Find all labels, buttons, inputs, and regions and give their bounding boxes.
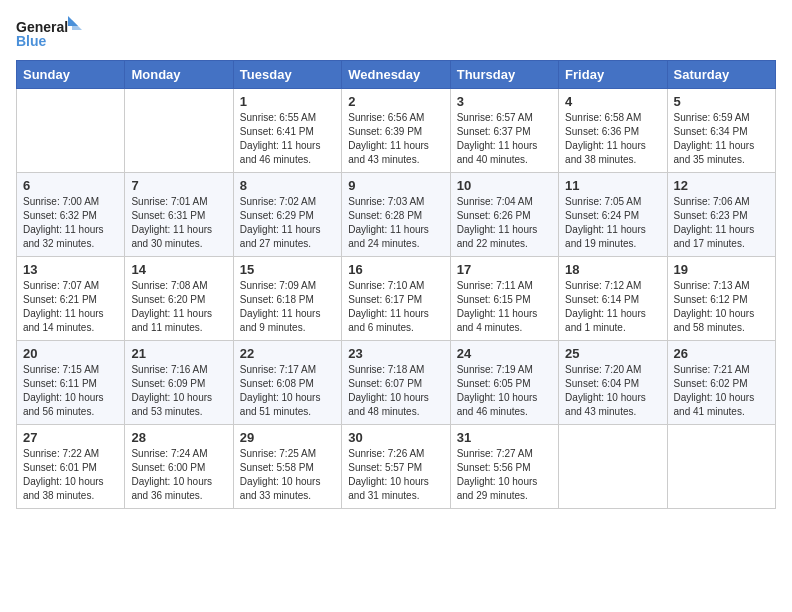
day-info: Sunrise: 7:27 AM Sunset: 5:56 PM Dayligh… (457, 447, 552, 503)
svg-marker-3 (72, 20, 82, 30)
calendar-cell: 22Sunrise: 7:17 AM Sunset: 6:08 PM Dayli… (233, 341, 341, 425)
calendar-cell: 3Sunrise: 6:57 AM Sunset: 6:37 PM Daylig… (450, 89, 558, 173)
day-number: 2 (348, 94, 443, 109)
day-info: Sunrise: 7:11 AM Sunset: 6:15 PM Dayligh… (457, 279, 552, 335)
day-number: 14 (131, 262, 226, 277)
calendar-cell: 1Sunrise: 6:55 AM Sunset: 6:41 PM Daylig… (233, 89, 341, 173)
day-info: Sunrise: 7:01 AM Sunset: 6:31 PM Dayligh… (131, 195, 226, 251)
calendar-week-5: 27Sunrise: 7:22 AM Sunset: 6:01 PM Dayli… (17, 425, 776, 509)
day-info: Sunrise: 7:26 AM Sunset: 5:57 PM Dayligh… (348, 447, 443, 503)
day-number: 24 (457, 346, 552, 361)
day-info: Sunrise: 7:22 AM Sunset: 6:01 PM Dayligh… (23, 447, 118, 503)
weekday-header-thursday: Thursday (450, 61, 558, 89)
calendar: SundayMondayTuesdayWednesdayThursdayFrid… (16, 60, 776, 509)
calendar-week-4: 20Sunrise: 7:15 AM Sunset: 6:11 PM Dayli… (17, 341, 776, 425)
calendar-cell (125, 89, 233, 173)
day-info: Sunrise: 7:03 AM Sunset: 6:28 PM Dayligh… (348, 195, 443, 251)
calendar-cell: 18Sunrise: 7:12 AM Sunset: 6:14 PM Dayli… (559, 257, 667, 341)
weekday-header-row: SundayMondayTuesdayWednesdayThursdayFrid… (17, 61, 776, 89)
calendar-cell: 21Sunrise: 7:16 AM Sunset: 6:09 PM Dayli… (125, 341, 233, 425)
day-info: Sunrise: 7:24 AM Sunset: 6:00 PM Dayligh… (131, 447, 226, 503)
day-info: Sunrise: 7:15 AM Sunset: 6:11 PM Dayligh… (23, 363, 118, 419)
day-info: Sunrise: 7:18 AM Sunset: 6:07 PM Dayligh… (348, 363, 443, 419)
logo: GeneralBlue (16, 16, 86, 52)
day-number: 29 (240, 430, 335, 445)
day-number: 21 (131, 346, 226, 361)
day-number: 6 (23, 178, 118, 193)
calendar-cell: 7Sunrise: 7:01 AM Sunset: 6:31 PM Daylig… (125, 173, 233, 257)
calendar-cell: 9Sunrise: 7:03 AM Sunset: 6:28 PM Daylig… (342, 173, 450, 257)
day-info: Sunrise: 7:17 AM Sunset: 6:08 PM Dayligh… (240, 363, 335, 419)
weekday-header-sunday: Sunday (17, 61, 125, 89)
day-number: 30 (348, 430, 443, 445)
day-info: Sunrise: 7:06 AM Sunset: 6:23 PM Dayligh… (674, 195, 769, 251)
calendar-cell (559, 425, 667, 509)
day-info: Sunrise: 7:21 AM Sunset: 6:02 PM Dayligh… (674, 363, 769, 419)
day-info: Sunrise: 6:59 AM Sunset: 6:34 PM Dayligh… (674, 111, 769, 167)
calendar-cell: 19Sunrise: 7:13 AM Sunset: 6:12 PM Dayli… (667, 257, 775, 341)
day-number: 19 (674, 262, 769, 277)
calendar-cell: 16Sunrise: 7:10 AM Sunset: 6:17 PM Dayli… (342, 257, 450, 341)
day-info: Sunrise: 6:56 AM Sunset: 6:39 PM Dayligh… (348, 111, 443, 167)
calendar-cell: 6Sunrise: 7:00 AM Sunset: 6:32 PM Daylig… (17, 173, 125, 257)
calendar-week-3: 13Sunrise: 7:07 AM Sunset: 6:21 PM Dayli… (17, 257, 776, 341)
calendar-cell: 13Sunrise: 7:07 AM Sunset: 6:21 PM Dayli… (17, 257, 125, 341)
weekday-header-monday: Monday (125, 61, 233, 89)
day-info: Sunrise: 7:12 AM Sunset: 6:14 PM Dayligh… (565, 279, 660, 335)
day-number: 7 (131, 178, 226, 193)
calendar-cell (667, 425, 775, 509)
svg-text:Blue: Blue (16, 33, 47, 49)
calendar-week-1: 1Sunrise: 6:55 AM Sunset: 6:41 PM Daylig… (17, 89, 776, 173)
day-info: Sunrise: 7:19 AM Sunset: 6:05 PM Dayligh… (457, 363, 552, 419)
day-info: Sunrise: 6:58 AM Sunset: 6:36 PM Dayligh… (565, 111, 660, 167)
calendar-cell: 30Sunrise: 7:26 AM Sunset: 5:57 PM Dayli… (342, 425, 450, 509)
day-number: 16 (348, 262, 443, 277)
calendar-cell: 15Sunrise: 7:09 AM Sunset: 6:18 PM Dayli… (233, 257, 341, 341)
day-info: Sunrise: 7:09 AM Sunset: 6:18 PM Dayligh… (240, 279, 335, 335)
day-number: 9 (348, 178, 443, 193)
day-number: 3 (457, 94, 552, 109)
day-number: 18 (565, 262, 660, 277)
calendar-cell: 27Sunrise: 7:22 AM Sunset: 6:01 PM Dayli… (17, 425, 125, 509)
day-info: Sunrise: 7:10 AM Sunset: 6:17 PM Dayligh… (348, 279, 443, 335)
calendar-cell: 24Sunrise: 7:19 AM Sunset: 6:05 PM Dayli… (450, 341, 558, 425)
day-number: 20 (23, 346, 118, 361)
page-header: GeneralBlue (16, 16, 776, 52)
calendar-cell: 2Sunrise: 6:56 AM Sunset: 6:39 PM Daylig… (342, 89, 450, 173)
day-number: 27 (23, 430, 118, 445)
calendar-cell: 25Sunrise: 7:20 AM Sunset: 6:04 PM Dayli… (559, 341, 667, 425)
day-number: 8 (240, 178, 335, 193)
calendar-cell: 11Sunrise: 7:05 AM Sunset: 6:24 PM Dayli… (559, 173, 667, 257)
logo-icon: GeneralBlue (16, 16, 86, 52)
day-info: Sunrise: 7:16 AM Sunset: 6:09 PM Dayligh… (131, 363, 226, 419)
day-number: 15 (240, 262, 335, 277)
day-info: Sunrise: 7:05 AM Sunset: 6:24 PM Dayligh… (565, 195, 660, 251)
weekday-header-saturday: Saturday (667, 61, 775, 89)
day-number: 22 (240, 346, 335, 361)
day-info: Sunrise: 6:57 AM Sunset: 6:37 PM Dayligh… (457, 111, 552, 167)
day-info: Sunrise: 7:07 AM Sunset: 6:21 PM Dayligh… (23, 279, 118, 335)
calendar-cell: 29Sunrise: 7:25 AM Sunset: 5:58 PM Dayli… (233, 425, 341, 509)
calendar-cell: 31Sunrise: 7:27 AM Sunset: 5:56 PM Dayli… (450, 425, 558, 509)
day-number: 12 (674, 178, 769, 193)
day-info: Sunrise: 7:20 AM Sunset: 6:04 PM Dayligh… (565, 363, 660, 419)
calendar-week-2: 6Sunrise: 7:00 AM Sunset: 6:32 PM Daylig… (17, 173, 776, 257)
day-number: 31 (457, 430, 552, 445)
calendar-cell: 26Sunrise: 7:21 AM Sunset: 6:02 PM Dayli… (667, 341, 775, 425)
day-info: Sunrise: 7:04 AM Sunset: 6:26 PM Dayligh… (457, 195, 552, 251)
calendar-cell: 10Sunrise: 7:04 AM Sunset: 6:26 PM Dayli… (450, 173, 558, 257)
calendar-cell: 8Sunrise: 7:02 AM Sunset: 6:29 PM Daylig… (233, 173, 341, 257)
calendar-cell: 5Sunrise: 6:59 AM Sunset: 6:34 PM Daylig… (667, 89, 775, 173)
calendar-cell: 23Sunrise: 7:18 AM Sunset: 6:07 PM Dayli… (342, 341, 450, 425)
day-info: Sunrise: 6:55 AM Sunset: 6:41 PM Dayligh… (240, 111, 335, 167)
calendar-cell: 28Sunrise: 7:24 AM Sunset: 6:00 PM Dayli… (125, 425, 233, 509)
calendar-cell: 12Sunrise: 7:06 AM Sunset: 6:23 PM Dayli… (667, 173, 775, 257)
day-number: 11 (565, 178, 660, 193)
day-number: 26 (674, 346, 769, 361)
weekday-header-friday: Friday (559, 61, 667, 89)
day-info: Sunrise: 7:08 AM Sunset: 6:20 PM Dayligh… (131, 279, 226, 335)
calendar-cell: 4Sunrise: 6:58 AM Sunset: 6:36 PM Daylig… (559, 89, 667, 173)
day-number: 5 (674, 94, 769, 109)
day-number: 25 (565, 346, 660, 361)
day-info: Sunrise: 7:13 AM Sunset: 6:12 PM Dayligh… (674, 279, 769, 335)
